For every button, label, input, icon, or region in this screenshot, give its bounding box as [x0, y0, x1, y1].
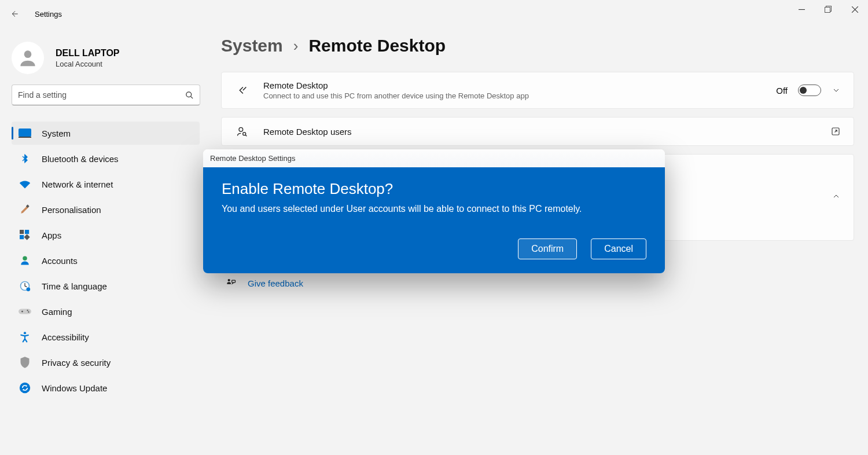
- dialog-window-title: Remote Desktop Settings: [203, 149, 665, 167]
- game-icon: [19, 305, 31, 318]
- remote-desktop-toggle[interactable]: [798, 85, 821, 96]
- svg-point-22: [243, 133, 246, 135]
- sidebar-item-update[interactable]: Windows Update: [12, 376, 200, 399]
- person-icon: [19, 254, 31, 267]
- maximize-button[interactable]: [815, 0, 841, 19]
- sidebar-item-accessibility[interactable]: Accessibility: [12, 325, 200, 348]
- sidebar-item-label: Network & internet: [42, 179, 113, 189]
- svg-rect-1: [825, 8, 830, 13]
- svg-rect-7: [20, 230, 24, 234]
- svg-point-14: [27, 288, 31, 292]
- svg-rect-5: [19, 137, 31, 138]
- svg-point-26: [228, 279, 230, 281]
- user-search-icon: [234, 126, 249, 137]
- wifi-icon: [19, 178, 31, 190]
- svg-point-2: [24, 50, 32, 58]
- svg-rect-9: [20, 235, 24, 239]
- sidebar: DELL LAPTOP Local Account SystemBluetoot…: [0, 28, 200, 402]
- minimize-button[interactable]: [788, 0, 815, 19]
- user-account: Local Account: [56, 60, 120, 68]
- remote-desktop-icon: [234, 84, 249, 97]
- clock-icon: [19, 280, 31, 292]
- card-title: Remote Desktop users: [263, 127, 352, 137]
- svg-point-18: [28, 311, 29, 313]
- minimize-icon: [799, 6, 805, 13]
- svg-rect-15: [19, 309, 31, 314]
- sidebar-item-game[interactable]: Gaming: [12, 300, 200, 323]
- svg-point-3: [186, 91, 192, 97]
- chevron-right-icon: ›: [293, 37, 299, 55]
- close-icon: [852, 6, 858, 13]
- svg-point-19: [24, 332, 26, 334]
- sidebar-item-label: Personalisation: [42, 205, 101, 215]
- bluetooth-icon: [19, 152, 31, 165]
- remote-desktop-users-card[interactable]: Remote Desktop users: [221, 117, 854, 146]
- feedback-icon: [225, 277, 237, 289]
- card-title: Remote Desktop: [263, 80, 529, 90]
- shield-icon: [19, 356, 31, 369]
- breadcrumb: System › Remote Desktop: [221, 36, 854, 56]
- apps-icon: [19, 229, 31, 241]
- sidebar-item-label: Gaming: [42, 307, 72, 317]
- svg-point-16: [21, 311, 23, 313]
- sidebar-item-label: Bluetooth & devices: [42, 154, 119, 164]
- back-button[interactable]: [9, 8, 21, 20]
- give-feedback-row: Give feedback: [221, 277, 854, 289]
- dialog-heading: Enable Remote Desktop?: [222, 180, 646, 198]
- search-icon: [185, 91, 194, 100]
- titlebar: Settings: [0, 0, 868, 28]
- sidebar-item-label: Windows Update: [42, 383, 107, 393]
- window-controls: [788, 0, 868, 19]
- search-input[interactable]: [18, 90, 185, 100]
- update-icon: [19, 381, 31, 394]
- open-external-icon[interactable]: [830, 126, 841, 137]
- confirm-button[interactable]: Confirm: [518, 238, 577, 259]
- sidebar-item-bluetooth[interactable]: Bluetooth & devices: [12, 147, 200, 170]
- sidebar-item-shield[interactable]: Privacy & security: [12, 351, 200, 374]
- sidebar-item-label: Apps: [42, 230, 61, 240]
- sidebar-menu: SystemBluetooth & devicesNetwork & inter…: [12, 122, 200, 399]
- svg-point-17: [27, 310, 28, 311]
- breadcrumb-current: Remote Desktop: [308, 36, 446, 56]
- sidebar-item-person[interactable]: Accounts: [12, 249, 200, 272]
- confirm-dialog: Remote Desktop Settings Enable Remote De…: [203, 149, 665, 273]
- toggle-state-label: Off: [776, 86, 788, 96]
- sidebar-item-label: Time & language: [42, 281, 107, 291]
- sidebar-item-system[interactable]: System: [12, 122, 200, 145]
- svg-point-20: [20, 383, 30, 393]
- card-desc: Connect to and use this PC from another …: [263, 91, 529, 100]
- cancel-button[interactable]: Cancel: [591, 238, 646, 259]
- sidebar-item-apps[interactable]: Apps: [12, 223, 200, 247]
- user-name: DELL LAPTOP: [56, 48, 120, 58]
- sidebar-item-clock[interactable]: Time & language: [12, 274, 200, 298]
- avatar: [12, 42, 44, 74]
- chevron-up-icon[interactable]: [832, 192, 841, 201]
- sidebar-item-brush[interactable]: Personalisation: [12, 198, 200, 221]
- window-title: Settings: [35, 10, 62, 19]
- remote-desktop-card[interactable]: Remote Desktop Connect to and use this P…: [221, 72, 854, 109]
- maximize-icon: [825, 6, 832, 13]
- svg-point-21: [239, 127, 243, 131]
- svg-rect-4: [19, 129, 31, 137]
- breadcrumb-root[interactable]: System: [221, 36, 283, 56]
- give-feedback-link[interactable]: Give feedback: [248, 278, 303, 288]
- user-block[interactable]: DELL LAPTOP Local Account: [12, 28, 200, 85]
- system-icon: [19, 127, 31, 140]
- svg-rect-10: [24, 234, 30, 240]
- sidebar-item-label: Accessibility: [42, 332, 89, 342]
- person-icon: [17, 47, 39, 69]
- close-button[interactable]: [841, 0, 868, 19]
- sidebar-item-label: System: [42, 129, 71, 138]
- accessibility-icon: [19, 331, 31, 343]
- svg-rect-27: [232, 280, 236, 282]
- brush-icon: [19, 203, 31, 216]
- svg-point-11: [23, 256, 27, 261]
- search-field[interactable]: [12, 85, 200, 105]
- arrow-left-icon: [10, 9, 20, 19]
- sidebar-item-label: Privacy & security: [42, 358, 111, 368]
- svg-rect-8: [25, 230, 29, 234]
- sidebar-item-wifi[interactable]: Network & internet: [12, 173, 200, 196]
- chevron-down-icon[interactable]: [832, 86, 841, 95]
- dialog-message: You and users selected under User accoun…: [222, 204, 646, 214]
- sidebar-item-label: Accounts: [42, 256, 78, 266]
